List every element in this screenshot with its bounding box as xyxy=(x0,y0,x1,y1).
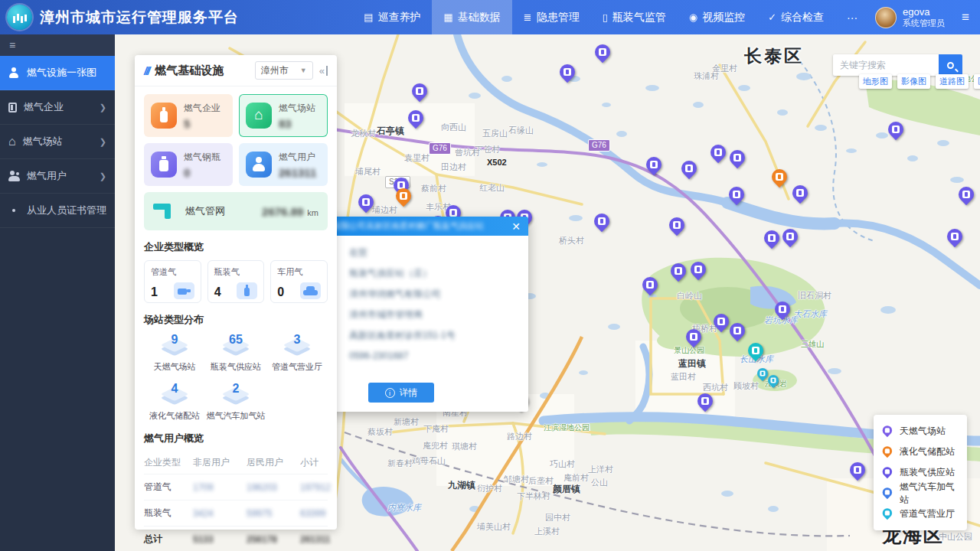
map-pin[interactable] xyxy=(559,64,576,87)
legend-item-1[interactable]: 天燃气场站 xyxy=(881,421,959,442)
sidebar-item-label: 燃气用户 xyxy=(27,169,67,183)
enterprise-type-card-1[interactable]: 管道气1 xyxy=(144,260,201,303)
map-pin[interactable] xyxy=(849,462,866,485)
station-type-5[interactable]: 2燃气汽车加气站 xyxy=(205,382,266,422)
stat-card-1[interactable]: 燃气企业5 xyxy=(144,94,233,137)
sidebar-item-2[interactable]: 燃气企业❯ xyxy=(0,90,115,125)
station-type-4[interactable]: 4液化气储配站 xyxy=(144,382,205,422)
map-pin[interactable] xyxy=(729,323,746,346)
nav-list-icon[interactable]: ≡ xyxy=(951,10,980,25)
map-pin[interactable] xyxy=(771,169,788,192)
map-pin[interactable] xyxy=(763,230,780,253)
map-pin[interactable] xyxy=(670,263,687,286)
stat-label: 燃气用户 xyxy=(279,151,316,164)
region-select-value: 漳州市 xyxy=(261,64,289,77)
map-pin[interactable] xyxy=(668,217,685,240)
map-label: 公山 xyxy=(591,477,608,488)
pipeline-stat-card[interactable]: 燃气管网 2676.89 km xyxy=(144,192,328,230)
map-label: 西坑村 xyxy=(703,382,728,393)
map-pin[interactable] xyxy=(690,262,707,285)
search-button[interactable] xyxy=(939,54,962,76)
map-legend: 天燃气场站液化气储配站瓶装气供应站燃气汽车加气站管道气营业厅 xyxy=(874,415,967,530)
canister-icon xyxy=(151,152,177,178)
district-label: 长泰区 xyxy=(744,44,804,68)
station-type-3[interactable]: 3管道气营业厅 xyxy=(266,333,328,373)
map-pin[interactable] xyxy=(713,314,730,337)
enterprise-type-card-2[interactable]: 瓶装气4 xyxy=(207,260,265,303)
map-pin[interactable] xyxy=(685,329,702,352)
stat-card-4[interactable]: 燃气用户261311 xyxy=(239,143,328,186)
close-icon[interactable]: ✕ xyxy=(511,221,521,232)
map-pin[interactable] xyxy=(767,375,779,391)
map-pin[interactable] xyxy=(946,229,963,252)
map-pin[interactable] xyxy=(697,393,714,416)
station-type-label: 燃气汽车加气站 xyxy=(205,410,266,422)
map-pin[interactable] xyxy=(792,185,808,208)
map-pin[interactable] xyxy=(395,188,412,211)
popup-field-value: 0596-2301687 xyxy=(349,346,408,367)
map-pin[interactable] xyxy=(407,110,424,133)
enterprise-type-card-3[interactable]: 车用气0 xyxy=(270,260,328,303)
map-pin[interactable] xyxy=(645,157,662,180)
nav-item-3[interactable]: ≣隐患管理 xyxy=(512,0,591,34)
user-menu[interactable]: egova 系统管理员 xyxy=(869,6,951,28)
detail-button[interactable]: i 详情 xyxy=(368,383,434,403)
map-pin[interactable] xyxy=(358,194,374,217)
map-label: 新春村 xyxy=(387,458,413,469)
cell-value: 256178 xyxy=(247,534,300,545)
station-type-2[interactable]: 65瓶装气供应站 xyxy=(205,333,266,373)
nav-item-2[interactable]: ▦基础数据 xyxy=(432,0,511,34)
legend-item-4[interactable]: 燃气汽车加气站 xyxy=(881,483,959,504)
map-pin[interactable] xyxy=(681,161,697,184)
map-pin[interactable] xyxy=(642,277,658,300)
chevron-right-icon: ❯ xyxy=(100,103,106,112)
station-type-label: 瓶装气供应站 xyxy=(205,361,266,373)
map-pin[interactable] xyxy=(782,229,799,252)
building-icon xyxy=(8,103,17,112)
map-pin[interactable] xyxy=(593,214,610,236)
table-header-row: 企业类型非居用户居民用户小计 xyxy=(144,452,328,474)
panel-collapse-icon[interactable]: « xyxy=(319,66,328,76)
sidebar-item-5[interactable]: 从业人员证书管理 xyxy=(0,194,115,228)
region-select[interactable]: 漳州市 ▼ xyxy=(255,61,313,80)
legend-item-5[interactable]: 管道气营业厅 xyxy=(881,504,959,524)
map-pin[interactable] xyxy=(958,187,975,210)
station-type-1[interactable]: 9天燃气场站 xyxy=(144,333,205,373)
nav-item-7[interactable]: ··· xyxy=(835,0,869,34)
sidebar-item-1[interactable]: 燃气设施一张图 xyxy=(0,56,115,90)
layer-button-4[interactable]: 区地图 xyxy=(974,74,980,89)
search-input[interactable] xyxy=(833,54,939,76)
sidebar-item-label: 从业人员证书管理 xyxy=(27,204,106,217)
layer-button-3[interactable]: 道路图 xyxy=(936,74,969,89)
legend-label: 燃气汽车加气站 xyxy=(900,481,959,507)
layer-button-1[interactable]: 地形图 xyxy=(859,74,892,89)
stat-card-text: 燃气场站83 xyxy=(279,102,315,130)
stat-card-3[interactable]: 燃气钢瓶0 xyxy=(144,143,233,186)
map-pin[interactable] xyxy=(728,187,745,210)
sidebar-collapse-button[interactable]: ≡ xyxy=(0,34,115,56)
sidebar-item-4[interactable]: 燃气用户❯ xyxy=(0,159,115,194)
map-pin[interactable] xyxy=(747,343,764,366)
nav-item-1[interactable]: ▤巡查养护 xyxy=(352,0,432,34)
nav-item-5[interactable]: ◉视频监控 xyxy=(678,0,756,34)
map-label: 上洋村 xyxy=(588,464,613,475)
map-pin[interactable] xyxy=(729,150,746,173)
dot-icon xyxy=(12,209,15,212)
map-pin-icon xyxy=(883,508,892,520)
layer-button-2[interactable]: 影像图 xyxy=(897,74,930,89)
map-label: 后垄村 xyxy=(528,475,554,487)
map-label: 蓝田镇 xyxy=(678,357,706,370)
map-pin[interactable] xyxy=(710,145,727,168)
stat-value: 261311 xyxy=(279,166,316,179)
sidebar-item-3[interactable]: ⌂燃气场站❯ xyxy=(0,125,115,159)
map-pin[interactable] xyxy=(774,302,791,324)
map-pin[interactable] xyxy=(887,122,904,145)
map-pin[interactable] xyxy=(411,83,428,106)
legend-item-2[interactable]: 液化气储配站 xyxy=(881,442,959,462)
stat-card-2[interactable]: 燃气场站83 xyxy=(239,94,328,137)
nav-item-6[interactable]: ✓综合检查 xyxy=(756,0,835,34)
map-label: 五房山 xyxy=(482,128,508,139)
map-pin[interactable] xyxy=(594,44,611,67)
nav-item-4[interactable]: ▯瓶装气监管 xyxy=(591,0,678,34)
map-label: 内寮水库 xyxy=(387,502,421,514)
